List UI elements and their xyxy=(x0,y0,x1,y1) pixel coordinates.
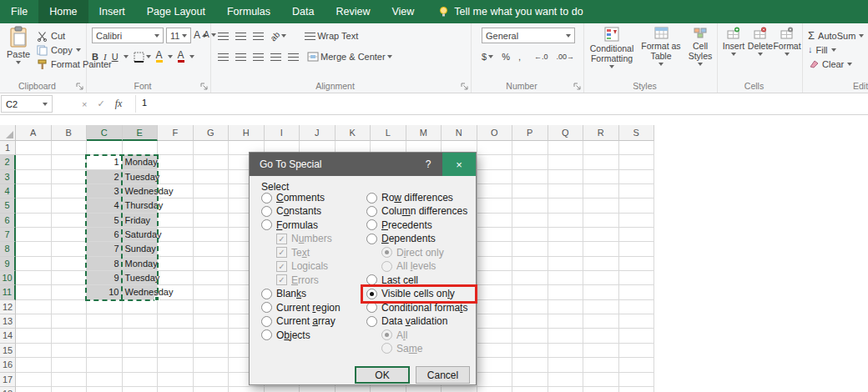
cell-E6[interactable]: Friday xyxy=(123,214,159,228)
cell-S4[interactable] xyxy=(619,184,655,199)
cell-G12[interactable] xyxy=(194,300,230,314)
cell-A16[interactable] xyxy=(16,358,52,372)
cell-A6[interactable] xyxy=(16,214,52,228)
cell-R11[interactable] xyxy=(583,285,619,299)
tell-me-box[interactable]: Tell me what you want to do xyxy=(430,0,591,23)
chevron-down-icon[interactable] xyxy=(168,55,173,58)
cell-B15[interactable] xyxy=(52,344,88,358)
cell-E17[interactable] xyxy=(123,373,159,387)
row-header-16[interactable]: 16 xyxy=(0,358,16,372)
alignment-dialog-launcher-icon[interactable] xyxy=(461,83,468,90)
comma-button[interactable]: , xyxy=(518,52,521,62)
format-cells-button[interactable]: Format xyxy=(775,27,800,56)
cell-J18[interactable] xyxy=(300,387,336,392)
enter-check-icon[interactable]: ✓ xyxy=(97,98,104,109)
column-header-P[interactable]: P xyxy=(512,125,548,141)
option-current-array[interactable]: Current array xyxy=(261,314,336,328)
cell-Q12[interactable] xyxy=(548,300,584,314)
align-right-icon[interactable] xyxy=(253,53,264,61)
radio-icon[interactable] xyxy=(261,316,272,327)
cancel-button[interactable]: Cancel xyxy=(416,366,470,384)
cell-G6[interactable] xyxy=(194,214,230,228)
row-header-7[interactable]: 7 xyxy=(0,228,16,242)
cell-S14[interactable] xyxy=(619,329,655,343)
cell-B17[interactable] xyxy=(52,373,88,387)
wrap-text-button[interactable]: Wrap Text xyxy=(305,31,358,41)
cell-A3[interactable] xyxy=(16,170,52,184)
cell-P15[interactable] xyxy=(512,344,548,358)
cell-E9[interactable]: Monday xyxy=(123,257,159,271)
radio-icon[interactable] xyxy=(366,219,377,230)
column-header-L[interactable]: L xyxy=(371,125,406,141)
cell-F15[interactable] xyxy=(158,344,194,358)
cell-G8[interactable] xyxy=(194,242,230,256)
cell-P9[interactable] xyxy=(512,257,548,271)
cell-G9[interactable] xyxy=(194,257,230,271)
cell-P14[interactable] xyxy=(512,329,548,343)
decrease-decimal-button[interactable]: .00→ xyxy=(556,53,574,61)
cell-P6[interactable] xyxy=(512,214,548,228)
cell-B12[interactable] xyxy=(52,300,88,314)
cell-F10[interactable] xyxy=(158,271,194,285)
chevron-down-icon[interactable] xyxy=(124,55,129,58)
cell-O12[interactable] xyxy=(477,300,513,314)
option-column-differences[interactable]: Column differences xyxy=(366,204,467,218)
column-header-F[interactable]: F xyxy=(158,125,194,141)
cell-S5[interactable] xyxy=(619,199,655,213)
cell-B10[interactable] xyxy=(52,271,88,285)
increase-indent-icon[interactable] xyxy=(288,53,299,61)
cell-R17[interactable] xyxy=(583,373,619,387)
insert-function-fx-icon[interactable]: fx xyxy=(115,98,123,110)
cell-R14[interactable] xyxy=(583,329,619,343)
cell-P1[interactable] xyxy=(512,141,548,155)
row-header-13[interactable]: 13 xyxy=(0,314,16,329)
row-header-9[interactable]: 9 xyxy=(0,257,16,271)
cell-C1[interactable] xyxy=(87,141,123,155)
font-size-combo[interactable]: 11 xyxy=(166,28,191,43)
cell-R13[interactable] xyxy=(583,314,619,329)
cell-G3[interactable] xyxy=(194,170,230,184)
cell-P10[interactable] xyxy=(512,271,548,285)
cell-styles-button[interactable]: Cell Styles xyxy=(684,27,716,66)
cell-F17[interactable] xyxy=(158,373,194,387)
cell-G13[interactable] xyxy=(194,314,230,329)
cell-C6[interactable]: 5 xyxy=(87,214,123,228)
cell-G18[interactable] xyxy=(194,387,230,392)
cell-A12[interactable] xyxy=(16,300,52,314)
italic-button[interactable]: I xyxy=(103,52,107,62)
cell-S13[interactable] xyxy=(619,314,655,329)
cell-S1[interactable] xyxy=(619,141,655,155)
cell-P11[interactable] xyxy=(512,285,548,299)
cell-B13[interactable] xyxy=(52,314,88,329)
column-header-O[interactable]: O xyxy=(477,125,513,141)
cell-O14[interactable] xyxy=(477,329,513,343)
fill-button[interactable]: ↓ Fill xyxy=(808,43,836,56)
cell-B11[interactable] xyxy=(52,285,88,299)
fill-color-button[interactable]: A xyxy=(156,51,163,63)
insert-cells-button[interactable]: Insert xyxy=(721,27,746,56)
cancel-entry-x-icon[interactable]: × xyxy=(82,99,87,109)
cell-F14[interactable] xyxy=(158,329,194,343)
cell-S16[interactable] xyxy=(619,358,655,372)
clear-button[interactable]: Clear xyxy=(808,58,852,70)
cell-Q7[interactable] xyxy=(548,228,584,242)
cell-B5[interactable] xyxy=(52,199,88,213)
cell-I18[interactable] xyxy=(265,387,300,392)
tab-home[interactable]: Home xyxy=(38,0,88,23)
cell-Q17[interactable] xyxy=(548,373,584,387)
option-blanks[interactable]: Blanks xyxy=(261,287,306,300)
align-center-icon[interactable] xyxy=(235,53,246,61)
cell-A13[interactable] xyxy=(16,314,52,329)
cell-S3[interactable] xyxy=(619,170,655,184)
cell-B7[interactable] xyxy=(52,228,88,242)
cell-E18[interactable] xyxy=(123,387,159,392)
option-constants[interactable]: Constants xyxy=(261,204,321,218)
cell-E13[interactable] xyxy=(123,314,159,329)
cell-A5[interactable] xyxy=(16,199,52,213)
cell-E2[interactable]: Monday xyxy=(123,155,159,169)
dialog-title-bar[interactable]: Go To Special ? × xyxy=(250,153,476,176)
cell-A15[interactable] xyxy=(16,344,52,358)
option-precedents[interactable]: Precedents xyxy=(366,219,432,232)
cell-P5[interactable] xyxy=(512,199,548,213)
increase-decimal-button[interactable]: ←.0 xyxy=(534,53,548,61)
